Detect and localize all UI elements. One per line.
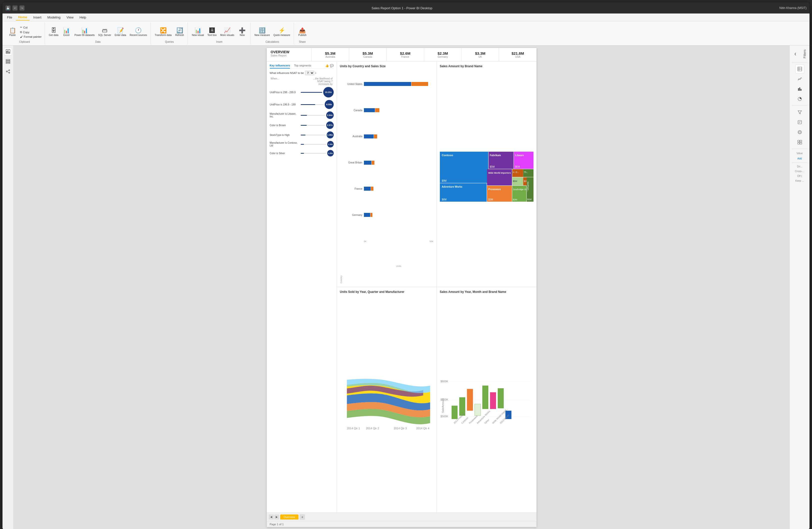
new-visual-icon: 📊 — [194, 28, 201, 33]
rp-format-icon[interactable] — [795, 118, 804, 127]
menu-help[interactable]: Help — [77, 14, 89, 20]
overview-header: OVERVIEW Sales Report $5.3M Australia $5… — [267, 48, 537, 61]
get-data-button[interactable]: 🗄 Get data — [47, 27, 60, 38]
ribbon-clipboard-buttons: 📋 Paste ✂ Cut ⧉ Copy 🖌 Format painter — [6, 24, 43, 41]
sidebar-report-icon[interactable] — [4, 47, 12, 56]
stat-usa: $21.8M USA — [499, 48, 536, 61]
ki-row-2-label: Manufacturer is Litware, Inc. — [270, 112, 300, 118]
menu-view[interactable]: View — [64, 14, 76, 20]
redo-icon[interactable]: ↪ — [19, 5, 25, 11]
title-bar-left: 💾 ↩ ↪ — [5, 5, 25, 11]
new-visual-button[interactable]: 📊 New visual — [190, 27, 205, 38]
transform-icon: 🔀 — [160, 28, 166, 33]
ki-thumbs-up-icon[interactable]: 👍 — [325, 64, 329, 69]
undo-icon[interactable]: ↩ — [13, 5, 17, 11]
ki-row-6-bar — [301, 153, 304, 154]
menu-insert[interactable]: Insert — [31, 14, 44, 20]
page-status-text: Page 1 of 1 — [270, 523, 284, 526]
ki-row-6: Color is Silver 1.29x — [270, 150, 334, 156]
save-icon[interactable]: 💾 — [5, 5, 11, 11]
excel-label: Excel — [63, 34, 70, 37]
app-title: Sales Report Option 1 - Power BI Desktop — [372, 6, 432, 10]
rp-linechart-icon[interactable] — [795, 74, 804, 84]
cut-button[interactable]: ✂ Cut — [19, 25, 43, 29]
treemap-litware-value: $5M — [515, 166, 520, 168]
new-measure-button[interactable]: 🔢 New measure — [253, 27, 272, 38]
ki-tab-influencers[interactable]: Key influencers — [270, 64, 290, 69]
svg-rect-3 — [9, 52, 10, 53]
recent-sources-label: Recent sources — [130, 34, 147, 37]
hbar-ca-label: Canada — [343, 109, 362, 112]
menu-home[interactable]: Home — [16, 14, 30, 20]
rp-keep-label: Keep ... — [795, 179, 804, 183]
overview-tab[interactable]: Overview — [280, 515, 299, 519]
recent-sources-button[interactable]: 🕐 Recent sources — [128, 27, 148, 38]
wf-y-axis-label: SaleAmount — [441, 398, 444, 413]
ribbon-data-group: 🗄 Get data 📊 Excel 📊 Power BI datasets 🗃… — [45, 23, 151, 44]
treemap-contoso-label: Contoso — [441, 154, 453, 157]
new-button[interactable]: ➕ New — [236, 27, 248, 38]
transform-label: Transform data — [155, 34, 172, 37]
canvas-area: OVERVIEW Sales Report $5.3M Australia $5… — [14, 45, 789, 529]
add-page-button[interactable]: + — [300, 514, 305, 520]
hbar-fr-label: France — [343, 187, 362, 190]
cut-icon: ✂ — [20, 26, 22, 29]
ki-tab-segments[interactable]: Top segments — [294, 64, 311, 69]
svg-rect-16 — [798, 88, 799, 91]
refresh-button[interactable]: 🔄 Refresh — [174, 27, 186, 38]
stat-usa-label: USA — [515, 56, 521, 58]
rp-table-icon[interactable] — [795, 65, 804, 73]
menu-modeling[interactable]: Modeling — [45, 14, 63, 20]
cut-label: Cut — [23, 26, 28, 29]
svg-rect-5 — [6, 61, 10, 62]
hbar-row-au: Australia — [343, 134, 434, 139]
hbar-us-bars — [364, 82, 434, 86]
refresh-icon: 🔄 — [176, 28, 183, 33]
page-next-button[interactable]: ▶ — [274, 515, 279, 519]
rp-add-label[interactable]: Add — [798, 157, 802, 160]
format-painter-button[interactable]: 🖌 Format painter — [19, 35, 43, 39]
ribbon: 📋 Paste ✂ Cut ⧉ Copy 🖌 Format painter — [2, 22, 810, 45]
sales-by-brand-title: Sales Amount by Brand Name — [440, 65, 534, 68]
stat-germany: $2.3M Germany — [424, 48, 462, 61]
ki-row-5: Manufacturer is Contoso, Ltd 1.34x — [270, 141, 334, 147]
quick-measure-button[interactable]: ⚡ Quick measure — [272, 27, 291, 38]
hbar-row-ca: Canada — [343, 108, 434, 112]
ki-row-1-bar-container — [301, 104, 324, 105]
key-influencers-card: Key influencers Top segments 👍 💬 What in… — [267, 61, 337, 513]
page-nav: ◀ ▶ — [269, 515, 279, 519]
rp-filter-icon[interactable] — [795, 108, 804, 117]
sidebar-data-icon[interactable] — [4, 57, 12, 66]
rp-barchart-icon[interactable] — [795, 84, 804, 94]
ki-filter-select[interactable]: 7 — [305, 71, 314, 75]
menu-file[interactable]: File — [4, 14, 15, 20]
ki-row-3-bubble: 2.57x — [326, 121, 334, 129]
rp-piechart-icon[interactable] — [795, 95, 804, 103]
q4-label: 2014 Qtr 4 — [416, 427, 429, 430]
rp-analytics-icon[interactable] — [795, 128, 804, 137]
transform-data-button[interactable]: 🔀 Transform data — [153, 27, 173, 38]
ki-filter: What influences NSAT to be 7 ℹ — [270, 71, 334, 75]
enter-data-label: Enter data — [115, 34, 126, 37]
ki-col2-header: ...the likelihood of NSAT being 7 increa… — [308, 77, 333, 85]
power-bi-datasets-button[interactable]: 📊 Power BI datasets — [73, 27, 96, 38]
sql-button[interactable]: 🗃 SQL Server — [97, 27, 113, 38]
panel-collapse-button[interactable]: ❮ — [791, 49, 800, 58]
page-prev-button[interactable]: ◀ — [269, 515, 274, 519]
svg-marker-20 — [798, 111, 801, 114]
sidebar-model-icon[interactable] — [4, 68, 12, 75]
publish-button[interactable]: 📤 Publish — [296, 27, 308, 38]
excel-button[interactable]: 📊 Excel — [60, 27, 72, 38]
rp-grid-icon[interactable] — [795, 138, 804, 147]
text-box-button[interactable]: 🅰 Text box — [206, 27, 218, 38]
paste-button[interactable]: 📋 Paste — [6, 27, 18, 38]
svg-rect-28 — [800, 142, 802, 144]
ki-thumbs-down-icon[interactable]: 💬 — [330, 64, 334, 69]
menu-bar: File Home Insert Modeling View Help — [2, 14, 810, 22]
more-visuals-button[interactable]: 📈 More visuals — [219, 27, 236, 38]
copy-button[interactable]: ⧉ Copy — [19, 30, 43, 34]
wf-bar-5 — [482, 386, 488, 409]
enter-data-button[interactable]: 📝 Enter data — [113, 27, 128, 38]
share-group-label: Share — [299, 41, 306, 43]
ki-row-0-bar — [301, 92, 322, 93]
